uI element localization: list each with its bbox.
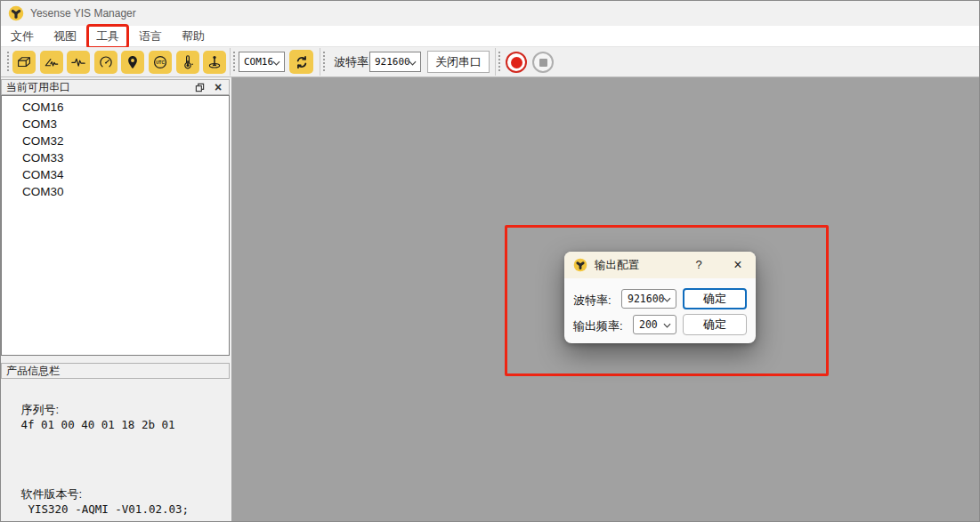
ports-panel-title: 当前可用串口	[6, 80, 70, 95]
freq-ok-button[interactable]: 确定	[683, 314, 747, 335]
software-version-value: YIS320 -AQMI -V01.02.03;	[28, 502, 189, 516]
ports-panel-header: 当前可用串口 ×	[1, 79, 230, 95]
angle-waveform-icon[interactable]	[40, 51, 63, 74]
stop-icon[interactable]	[532, 52, 554, 73]
dialog-help-button[interactable]: ?	[692, 252, 706, 278]
menu-help[interactable]: 帮助	[174, 26, 213, 47]
toolbar-grip[interactable]	[323, 52, 325, 73]
menu-tools[interactable]: 工具	[88, 26, 127, 47]
product-info-header: 产品信息栏	[1, 363, 230, 379]
port-list-item[interactable]: COM34	[2, 166, 229, 183]
chevron-down-icon	[409, 60, 417, 66]
dialog-freq-select[interactable]: 200	[633, 315, 676, 334]
port-list-item[interactable]: COM3	[2, 116, 229, 133]
refresh-ports-icon[interactable]	[289, 50, 313, 74]
menu-language[interactable]: 语言	[131, 26, 170, 47]
port-list-item[interactable]: COM32	[2, 133, 229, 149]
toolbar: UTC COM16	[1, 47, 979, 77]
software-version-label: 软件版本号:	[20, 487, 82, 501]
toolbar-separator	[320, 48, 320, 76]
menu-file[interactable]: 文件	[3, 26, 42, 47]
baud-rate-select[interactable]: 921600	[369, 52, 421, 72]
waveform-icon[interactable]	[67, 51, 90, 74]
chevron-down-icon	[272, 60, 280, 66]
utc-clock-icon[interactable]: UTC	[149, 51, 172, 74]
port-list-item[interactable]: COM33	[2, 149, 229, 166]
dialog-baud-label: 波特率:	[573, 293, 611, 309]
dialog-title-bar[interactable]: 输出配置	[564, 252, 756, 278]
toolbar-separator	[230, 48, 231, 76]
port-select[interactable]: COM16	[239, 52, 285, 72]
dialog-freq-label: 输出频率:	[573, 318, 623, 334]
software-version-line: 软件版本号: YIS320 -AQMI -V01.02.03;	[8, 473, 189, 522]
dialog-logo-icon	[573, 258, 587, 272]
toolbar-grip[interactable]	[7, 52, 9, 73]
record-icon[interactable]	[506, 52, 527, 73]
gauge-icon[interactable]	[94, 51, 117, 74]
pendulum-icon[interactable]	[203, 51, 226, 74]
toolbar-grip[interactable]	[498, 52, 500, 73]
dialog-title: 输出配置	[595, 258, 639, 273]
serial-number-line: 序列号: 4f 01 00 40 01 18 2b 01	[8, 389, 175, 445]
menu-view[interactable]: 视图	[45, 26, 85, 47]
menu-bar: 文件 视图 工具 语言 帮助	[1, 26, 979, 47]
location-pin-icon[interactable]	[121, 51, 144, 74]
close-panel-icon[interactable]: ×	[212, 81, 224, 93]
toolbar-grip[interactable]	[233, 52, 235, 73]
close-serial-port-button[interactable]: 关闭串口	[427, 51, 490, 73]
product-info-title: 产品信息栏	[6, 364, 60, 379]
thermometer-icon[interactable]	[176, 51, 199, 74]
port-list-item[interactable]: COM16	[2, 99, 229, 116]
title-bar: Yesense YIS Manager	[1, 1, 979, 26]
window-title: Yesense YIS Manager	[30, 7, 136, 20]
baud-ok-button[interactable]: 确定	[683, 288, 747, 309]
dialog-baud-select[interactable]: 921600	[621, 289, 676, 309]
app-logo-icon	[8, 5, 24, 21]
port-list-item[interactable]: COM30	[2, 183, 229, 200]
serial-number-label: 序列号:	[20, 403, 59, 416]
chevron-down-icon	[663, 297, 671, 302]
serial-number-value: 4f 01 00 40 01 18 2b 01	[20, 418, 174, 431]
chevron-down-icon	[663, 323, 671, 328]
dialog-close-icon[interactable]: ×	[728, 252, 748, 278]
port-list: COM16 COM3 COM32 COM33 COM34 COM30	[1, 95, 230, 356]
box-3d-icon[interactable]	[12, 51, 36, 74]
baud-rate-label: 波特率:	[334, 47, 372, 77]
output-config-dialog: 输出配置 ? × 波特率: 921600 确定 输出频率: 200 确定	[564, 252, 756, 343]
app-window: Yesense YIS Manager 文件 视图 工具 语言 帮助	[0, 0, 980, 522]
toolbar-separator	[495, 48, 496, 76]
svg-text:UTC: UTC	[156, 60, 165, 65]
float-panel-icon[interactable]	[193, 81, 206, 93]
